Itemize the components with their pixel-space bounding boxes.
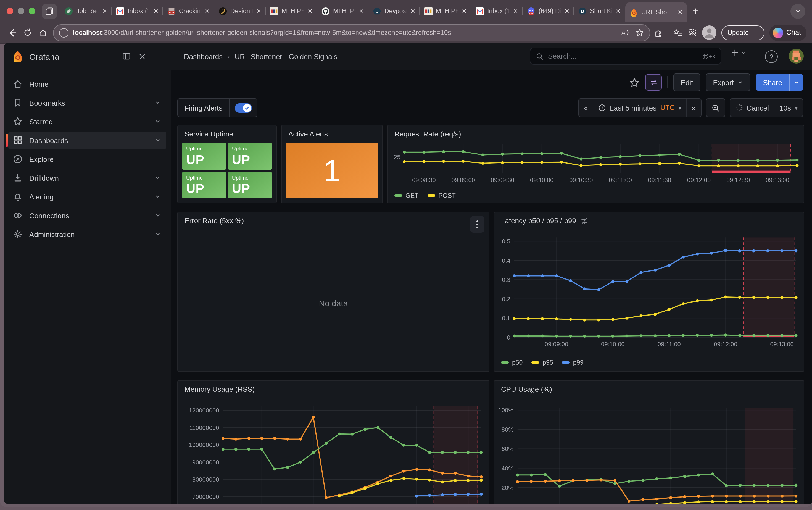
site-info-icon[interactable]: i: [59, 28, 68, 37]
browser-tab-7[interactable]: DDevpost✕: [369, 0, 420, 22]
browser-tab-1[interactable]: Job Rec✕: [60, 0, 112, 22]
tab-list-menu-button[interactable]: [790, 4, 805, 19]
firing-alerts-toggle[interactable]: [229, 99, 257, 117]
close-tab-icon[interactable]: ✕: [205, 7, 210, 15]
chevron-down-icon[interactable]: [155, 117, 161, 126]
sidebar-item-bookmarks[interactable]: Bookmarks: [8, 94, 166, 112]
sidebar-item-drilldown[interactable]: Drilldown: [8, 169, 166, 187]
browser-tab-11[interactable]: DShort Ki✕: [574, 0, 625, 22]
panel-title[interactable]: Active Alerts: [288, 130, 328, 138]
panel-title[interactable]: Service Uptime: [184, 130, 233, 138]
share-button[interactable]: Share: [756, 74, 803, 91]
browser-tab-10[interactable]: 649(649) Di✕: [523, 0, 574, 22]
read-aloud-icon[interactable]: A: [621, 28, 630, 37]
browser-tab-9[interactable]: Inbox (1✕: [471, 0, 523, 22]
memory-usage-chart[interactable]: 7000000080000000900000001000000001100000…: [178, 381, 489, 504]
minimize-window-button[interactable]: [18, 8, 24, 15]
chevron-down-icon[interactable]: [155, 211, 161, 220]
edit-button[interactable]: Edit: [674, 74, 700, 91]
export-button[interactable]: Export: [706, 74, 750, 91]
close-tab-icon[interactable]: ✕: [564, 7, 570, 15]
browser-tab-5[interactable]: MLH PE✕: [266, 0, 317, 22]
toggle-edit-pane-button[interactable]: [645, 74, 662, 91]
browser-profile-avatar[interactable]: [702, 25, 717, 40]
sidebar-item-administration[interactable]: Administration: [8, 225, 166, 243]
update-browser-button[interactable]: Update···: [721, 25, 764, 40]
close-tab-icon[interactable]: ✕: [153, 7, 158, 15]
address-bar[interactable]: i localhost:3000/d/url-shortener-golden/…: [53, 24, 650, 41]
refresh-interval-picker[interactable]: 10s ▾: [774, 99, 803, 117]
breadcrumb-dashboards[interactable]: Dashboards: [184, 52, 223, 60]
svg-text:25: 25: [394, 153, 400, 161]
sidebar-item-home[interactable]: Home: [8, 75, 166, 93]
search-input[interactable]: Search... ⌘+k: [530, 48, 721, 65]
panel-menu-button[interactable]: [470, 216, 485, 233]
browser-tab-12[interactable]: URL Sho✕: [625, 2, 687, 22]
home-button[interactable]: [35, 25, 51, 40]
sidebar-item-dashboards[interactable]: Dashboards: [8, 132, 166, 149]
close-tab-icon[interactable]: ✕: [462, 7, 467, 15]
copilot-chat-button[interactable]: Chat: [769, 25, 807, 40]
close-menu-button[interactable]: [134, 49, 150, 64]
latency-chart[interactable]: 00.10.20.30.40.509:09:0009:10:0009:11:00…: [494, 212, 804, 371]
favorite-star-icon[interactable]: [635, 28, 644, 37]
collections-icon[interactable]: [673, 28, 683, 37]
chevron-down-icon[interactable]: [155, 174, 161, 182]
close-tab-icon[interactable]: ✕: [513, 7, 518, 15]
new-tab-button[interactable]: +: [687, 3, 704, 19]
time-shift-forward-button[interactable]: »: [686, 99, 701, 117]
add-new-button[interactable]: [731, 49, 746, 57]
browser-tab-8[interactable]: MLH PE✕: [420, 0, 471, 22]
chevron-down-icon[interactable]: [155, 193, 161, 201]
dock-menu-button[interactable]: [119, 49, 134, 64]
zoom-out-button[interactable]: [706, 98, 725, 117]
cpu-usage-chart[interactable]: 0%20%40%60%80%100%: [494, 381, 804, 504]
back-button[interactable]: [4, 25, 20, 40]
extensions-puzzle-icon[interactable]: [654, 28, 663, 37]
browser-tab-3[interactable]: PDFCracking✕: [163, 0, 214, 22]
request-rate-chart[interactable]: 2509:08:3009:09:0009:09:3009:10:0009:10:…: [388, 125, 804, 203]
chevron-down-icon[interactable]: [155, 98, 161, 107]
sidebar-item-explore[interactable]: Explore: [8, 150, 166, 168]
legend-item-get[interactable]: GET: [395, 192, 418, 199]
legend-item-p50[interactable]: p50: [501, 359, 523, 366]
close-tab-icon[interactable]: ✕: [410, 7, 415, 15]
browser-tab-4[interactable]: Design L✕: [214, 0, 266, 22]
panel-latency[interactable]: Latency p50 / p95 / p99 00.10.20.30.40.5…: [494, 211, 804, 372]
sidebar-item-starred[interactable]: Starred: [8, 113, 166, 131]
close-tab-icon[interactable]: ✕: [678, 8, 683, 16]
panel-active-alerts[interactable]: Active Alerts 1: [281, 125, 383, 203]
star-dashboard-icon[interactable]: [630, 77, 640, 88]
legend-item-p99[interactable]: p99: [562, 359, 584, 366]
web-capture-icon[interactable]: [688, 28, 697, 37]
legend-item-post[interactable]: POST: [427, 192, 456, 199]
close-tab-icon[interactable]: ✕: [308, 7, 313, 15]
chevron-down-icon[interactable]: [155, 136, 161, 144]
close-window-button[interactable]: [7, 8, 13, 15]
chevron-down-icon[interactable]: [155, 230, 161, 238]
close-tab-icon[interactable]: ✕: [616, 7, 621, 15]
share-menu-chevron[interactable]: [789, 74, 803, 91]
panel-request-rate[interactable]: Request Rate (req/s) 2509:08:3009:09:000…: [387, 125, 804, 203]
tab-overview-button[interactable]: [42, 4, 57, 19]
sidebar-item-connections[interactable]: Connections: [8, 207, 166, 224]
panel-error-rate[interactable]: Error Rate (5xx %) No data: [177, 211, 489, 372]
panel-title[interactable]: Error Rate (5xx %): [184, 217, 244, 225]
time-shift-back-button[interactable]: «: [579, 99, 593, 117]
browser-tab-6[interactable]: MLH_PE✕: [317, 0, 369, 22]
sidebar-item-alerting[interactable]: Alerting: [8, 188, 166, 205]
panel-service-uptime[interactable]: Service Uptime UptimeUPUptimeUPUptimeUPU…: [177, 125, 277, 203]
cancel-refresh-button[interactable]: Cancel: [730, 99, 774, 117]
reload-button[interactable]: [20, 25, 35, 40]
close-tab-icon[interactable]: ✕: [102, 7, 107, 15]
zoom-window-button[interactable]: [29, 8, 35, 15]
time-range-picker[interactable]: Last 5 minutes UTC ▾: [593, 99, 686, 117]
close-tab-icon[interactable]: ✕: [359, 7, 364, 15]
panel-cpu-usage[interactable]: CPU Usage (%) 0%20%40%60%80%100%: [494, 380, 804, 504]
help-button[interactable]: ?: [765, 50, 778, 63]
user-avatar[interactable]: [789, 49, 804, 63]
browser-tab-2[interactable]: Inbox (1✕: [112, 0, 163, 22]
panel-memory-usage[interactable]: Memory Usage (RSS) 700000008000000090000…: [177, 380, 489, 504]
legend-item-p95[interactable]: p95: [531, 359, 553, 366]
close-tab-icon[interactable]: ✕: [256, 7, 261, 15]
